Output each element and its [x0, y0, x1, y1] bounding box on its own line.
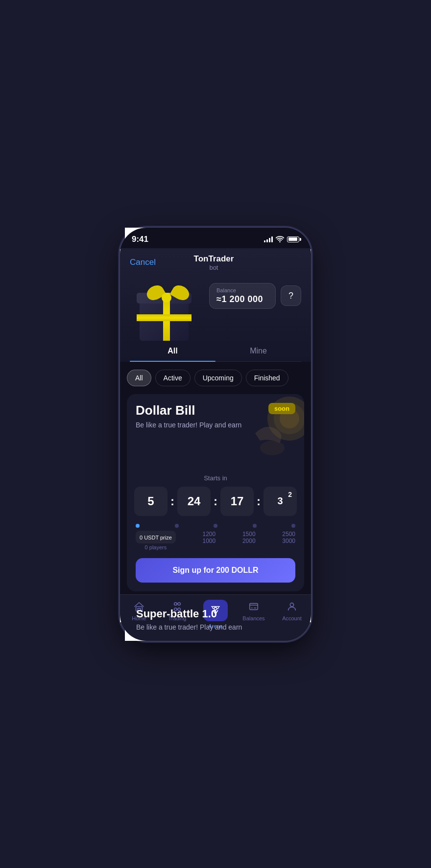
balance-card: Balance ≈1 200 000: [209, 283, 276, 309]
app-subtitle: bot: [194, 264, 234, 271]
gift-bow-center: [162, 293, 171, 303]
app-header: Cancel TonTrader bot: [120, 248, 311, 362]
svg-point-12: [174, 602, 177, 605]
svg-point-10: [178, 602, 181, 605]
filter-pill-all[interactable]: All: [127, 370, 151, 386]
countdown-row: 5 : 24 : 17 : 2 3: [127, 487, 304, 516]
dollar-bill-desc: Be like a true trader! Play and earn: [136, 421, 295, 429]
progress-first-players: 0 players: [136, 544, 176, 550]
countdown-sep-1: :: [170, 494, 174, 508]
super-battle-desc: Be like a true trader! Play and earn: [136, 623, 295, 631]
balance-row: Balance ≈1 200 000 ?: [209, 283, 301, 309]
progress-label-3: 1500 2000: [242, 531, 256, 544]
progress-dot-1: [136, 524, 140, 528]
super-battle-title: Super-battle 1.0: [136, 608, 295, 620]
progress-dot-3: [214, 524, 217, 528]
help-button[interactable]: ?: [281, 285, 301, 306]
balance-amount: ≈1 200 000: [216, 294, 268, 305]
signup-button[interactable]: Sign up for 200 DOLLR: [136, 558, 295, 583]
status-bar: 9:41: [120, 228, 311, 248]
view-tab-all[interactable]: All: [130, 341, 216, 361]
svg-point-3: [260, 441, 285, 455]
wifi-icon: [276, 236, 284, 242]
starts-in-label: Starts in: [127, 474, 304, 482]
countdown-seconds: 17: [220, 487, 254, 516]
progress-label-2: 1200 1000: [203, 531, 216, 544]
header-center: TonTrader bot: [194, 254, 234, 271]
filter-pills: All Active Upcoming Finished: [127, 370, 304, 386]
app-title: TonTrader: [194, 254, 234, 264]
cancel-button[interactable]: Cancel: [130, 258, 156, 267]
progress-label-4: 2500 3000: [282, 531, 295, 544]
balance-label: Balance: [216, 287, 268, 293]
progress-label-first: 0 USDT prize 0 players: [136, 531, 176, 550]
progress-labels: 0 USDT prize 0 players 1200 1000 1500 20…: [136, 531, 295, 550]
filter-pill-upcoming[interactable]: Upcoming: [194, 370, 242, 386]
filter-pill-finished[interactable]: Finished: [246, 370, 288, 386]
filter-pill-active[interactable]: Active: [155, 370, 191, 386]
phone-screen: 9:41 Cancel: [120, 228, 311, 641]
countdown-hours: 5: [134, 487, 168, 516]
progress-dots: [136, 524, 295, 528]
gift-image: [130, 277, 203, 341]
view-tabs: All Mine: [130, 341, 301, 362]
header-content: Balance ≈1 200 000 ?: [130, 277, 301, 341]
view-tab-mine[interactable]: Mine: [216, 341, 301, 361]
gift-ribbon-horizontal: [137, 314, 192, 321]
svg-point-15: [290, 603, 293, 606]
progress-dot-2: [175, 524, 179, 528]
progress-section: 0 USDT prize 0 players 1200 1000 1500 20…: [127, 524, 304, 558]
progress-dot-4: [253, 524, 257, 528]
status-icons: [264, 236, 299, 242]
dollar-bill-header: Dollar Bill Be like a true trader! Play …: [127, 394, 304, 472]
balance-section: Balance ≈1 200 000 ?: [209, 277, 301, 313]
phone-frame: 9:41 Cancel: [120, 228, 311, 641]
signal-icon: [264, 236, 273, 242]
progress-dot-5: [291, 524, 295, 528]
countdown-sep-2: :: [214, 494, 217, 508]
countdown-minutes: 24: [177, 487, 211, 516]
soon-badge: soon: [268, 403, 295, 414]
countdown-sep-3: :: [257, 494, 261, 508]
status-time: 9:41: [132, 235, 148, 244]
countdown-frames: 2 3: [263, 487, 297, 516]
progress-first-prize: 0 USDT prize: [140, 535, 172, 540]
dollar-bill-card: Dollar Bill Be like a true trader! Play …: [127, 394, 304, 591]
battery-icon: [287, 236, 299, 242]
header-nav: Cancel TonTrader bot: [130, 252, 301, 277]
